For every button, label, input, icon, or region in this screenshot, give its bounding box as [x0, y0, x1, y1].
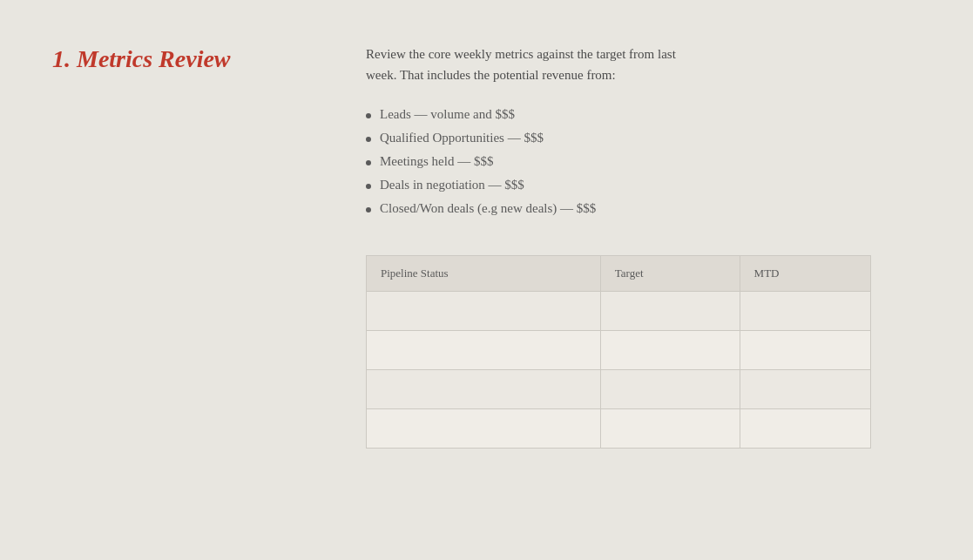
table-header-cell: Target [600, 256, 740, 292]
table-cell [740, 292, 870, 331]
table-row [367, 292, 871, 331]
section-title: 1. Metrics Review [52, 44, 331, 75]
intro-line2: week. That includes the potential revenu… [366, 68, 616, 82]
table-container: Pipeline StatusTargetMTD [366, 255, 871, 449]
table-cell [740, 370, 870, 409]
bullet-item-text: Deals in negotiation — $$$ [380, 173, 524, 197]
bullet-item-text: Qualified Opportunities — $$$ [380, 126, 544, 150]
table-cell [600, 370, 740, 409]
intro-text: Review the core weekly metrics against t… [366, 44, 921, 85]
table-header: Pipeline StatusTargetMTD [367, 256, 871, 292]
bullet-item-text: Closed/Won deals (e.g new deals) — $$$ [380, 197, 596, 220]
table-row [367, 331, 871, 370]
metrics-table: Pipeline StatusTargetMTD [366, 255, 871, 449]
bullet-dot-icon [366, 160, 371, 165]
table-cell [740, 331, 870, 370]
right-panel: Review the core weekly metrics against t… [331, 35, 921, 525]
bullet-dot-icon [366, 207, 371, 213]
table-cell [367, 292, 601, 331]
list-item: Leads — volume and $$$ [366, 103, 921, 126]
bullet-item-text: Leads — volume and $$$ [380, 103, 515, 126]
table-cell [367, 331, 601, 370]
table-cell [600, 292, 740, 331]
table-body [367, 292, 871, 449]
list-item: Meetings held — $$$ [366, 150, 921, 173]
page-container: 1. Metrics Review Review the core weekly… [0, 0, 973, 560]
table-cell [740, 409, 870, 449]
bullet-list: Leads — volume and $$$Qualified Opportun… [366, 103, 921, 220]
table-row [367, 370, 871, 409]
table-row [367, 409, 871, 449]
bullet-dot-icon [366, 113, 371, 118]
table-cell [367, 409, 601, 449]
list-item: Qualified Opportunities — $$$ [366, 126, 921, 150]
bullet-dot-icon [366, 184, 371, 189]
intro-line1: Review the core weekly metrics against t… [366, 47, 676, 61]
table-cell [600, 331, 740, 370]
table-cell [600, 409, 740, 449]
table-cell [367, 370, 601, 409]
list-item: Deals in negotiation — $$$ [366, 173, 921, 197]
bullet-dot-icon [366, 137, 371, 142]
left-panel: 1. Metrics Review [52, 35, 331, 525]
list-item: Closed/Won deals (e.g new deals) — $$$ [366, 197, 921, 220]
bullet-item-text: Meetings held — $$$ [380, 150, 493, 173]
table-header-cell: MTD [740, 256, 870, 292]
table-header-cell: Pipeline Status [367, 256, 601, 292]
table-header-row: Pipeline StatusTargetMTD [367, 256, 871, 292]
